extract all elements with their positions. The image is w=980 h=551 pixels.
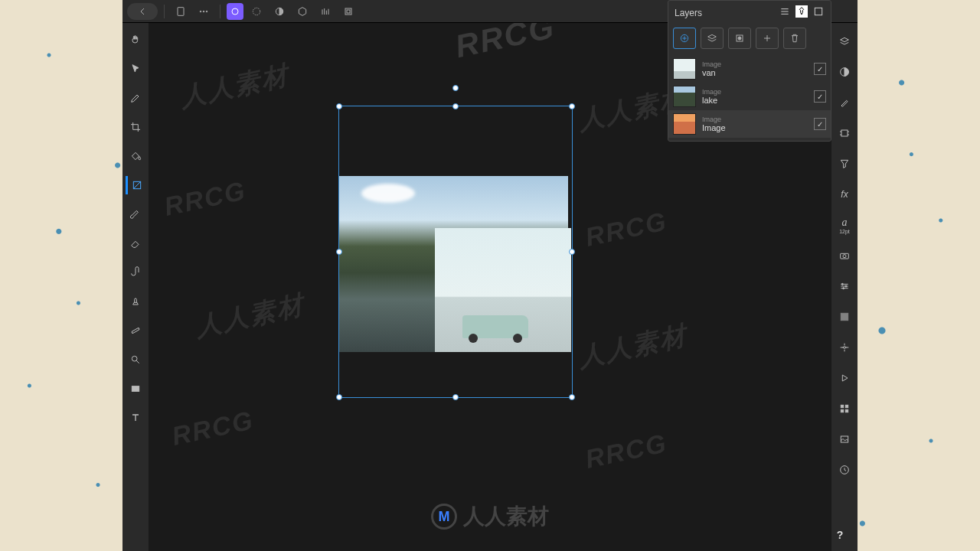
studio-history-button[interactable] bbox=[835, 461, 854, 479]
layer-group-button[interactable] bbox=[701, 28, 724, 49]
heal-tool[interactable] bbox=[126, 321, 145, 340]
layer-type: Image bbox=[702, 60, 808, 68]
studio-stock-button[interactable] bbox=[835, 246, 854, 265]
studio-navigator-button[interactable] bbox=[835, 369, 854, 387]
svg-rect-12 bbox=[132, 386, 139, 392]
studio-assets-button[interactable] bbox=[835, 430, 854, 448]
resize-handle-bl[interactable] bbox=[336, 394, 342, 400]
studio-snapping-button[interactable] bbox=[835, 338, 854, 357]
dodge-icon bbox=[129, 354, 142, 366]
clock-icon bbox=[838, 464, 851, 476]
more-menu-button[interactable] bbox=[194, 3, 214, 20]
layers-expand-button[interactable] bbox=[812, 5, 825, 20]
bandage-icon bbox=[129, 324, 142, 337]
move-tool[interactable] bbox=[126, 60, 145, 78]
swatch-icon bbox=[838, 311, 851, 323]
layer-row-van[interactable]: Image van ✓ bbox=[668, 55, 831, 83]
resize-handle-bm[interactable] bbox=[452, 394, 459, 400]
resize-handle-br[interactable] bbox=[569, 394, 575, 400]
svg-rect-28 bbox=[845, 409, 848, 412]
studio-fx-button[interactable]: fx bbox=[835, 185, 854, 204]
smudge-tool[interactable] bbox=[126, 263, 145, 282]
layer-thumbnail bbox=[673, 58, 696, 80]
crop-icon bbox=[129, 121, 142, 133]
photo-persona-button[interactable] bbox=[227, 3, 243, 20]
layer-name: Image bbox=[702, 123, 808, 132]
layer-name: van bbox=[702, 68, 808, 77]
layers-toolbar bbox=[668, 24, 831, 55]
layer-visibility-toggle[interactable]: ✓ bbox=[814, 118, 826, 130]
studio-grid-button[interactable] bbox=[835, 399, 854, 418]
layer-visibility-toggle[interactable]: ✓ bbox=[814, 63, 826, 75]
dodge-tool[interactable] bbox=[126, 350, 145, 369]
resize-handle-tr[interactable] bbox=[569, 103, 575, 109]
list-icon bbox=[779, 5, 791, 18]
studio-adjustments-button[interactable] bbox=[835, 63, 854, 81]
sliders-icon bbox=[838, 280, 851, 292]
pen-tool[interactable] bbox=[126, 89, 145, 107]
watermark: RRCG bbox=[452, 23, 558, 65]
flood-tool[interactable] bbox=[126, 147, 145, 165]
selection-bounding-box[interactable] bbox=[338, 106, 573, 398]
svg-rect-8 bbox=[347, 10, 350, 13]
layers-pin-button[interactable] bbox=[795, 5, 808, 20]
studio-channels-button[interactable] bbox=[835, 155, 854, 173]
layers-panel-header: Layers bbox=[668, 1, 831, 24]
layer-row-lake[interactable]: Image lake ✓ bbox=[668, 83, 831, 110]
gradient-tool[interactable] bbox=[126, 176, 144, 194]
watermark: RRCG bbox=[583, 206, 670, 253]
text-tool[interactable] bbox=[126, 409, 145, 427]
studio-crop-button[interactable] bbox=[835, 124, 854, 142]
help-button[interactable]: ? bbox=[831, 527, 848, 543]
studio-swatches-button[interactable] bbox=[835, 308, 854, 326]
tone-persona-button[interactable] bbox=[270, 3, 289, 20]
bucket-icon bbox=[129, 150, 142, 162]
resize-handle-tl[interactable] bbox=[336, 103, 342, 109]
studio-brush-button[interactable] bbox=[835, 93, 854, 112]
separator bbox=[220, 5, 220, 18]
half-circle-icon bbox=[838, 66, 851, 78]
svg-point-3 bbox=[206, 11, 207, 12]
pen-icon bbox=[129, 92, 142, 104]
document-menu-button[interactable] bbox=[171, 3, 191, 20]
resize-handle-tm[interactable] bbox=[452, 103, 459, 109]
svg-rect-27 bbox=[841, 409, 843, 412]
layer-row-image[interactable]: Image Image ✓ bbox=[668, 110, 831, 138]
snap-icon bbox=[838, 341, 851, 354]
brush-tool[interactable] bbox=[126, 205, 145, 223]
left-tool-strip bbox=[122, 23, 149, 551]
resize-handle-mr[interactable] bbox=[569, 249, 575, 255]
clone-tool[interactable] bbox=[126, 292, 145, 311]
eraser-icon bbox=[129, 237, 142, 249]
studio-text-button[interactable]: a12pt bbox=[835, 216, 854, 234]
hand-tool[interactable] bbox=[126, 31, 145, 49]
back-button[interactable] bbox=[127, 3, 158, 20]
shape-tool[interactable] bbox=[126, 380, 145, 398]
image-icon bbox=[838, 433, 851, 445]
layer-add-button[interactable] bbox=[756, 28, 779, 49]
studio-transform-button[interactable] bbox=[835, 277, 854, 295]
brand-logo-icon: M bbox=[431, 504, 457, 530]
layers-list-view-button[interactable] bbox=[779, 5, 791, 20]
layer-visibility-toggle[interactable]: ✓ bbox=[814, 90, 826, 103]
cube-icon bbox=[296, 5, 309, 18]
watermark: RRCG bbox=[162, 175, 249, 222]
crop-persona-button[interactable] bbox=[338, 3, 358, 20]
erase-tool[interactable] bbox=[126, 234, 145, 253]
svg-point-2 bbox=[203, 11, 204, 12]
hand-icon bbox=[129, 34, 142, 46]
rotate-handle[interactable] bbox=[452, 85, 459, 91]
svg-rect-26 bbox=[845, 405, 848, 407]
resize-handle-ml[interactable] bbox=[336, 249, 342, 255]
crop-tool[interactable] bbox=[126, 118, 145, 136]
layer-pixel-button[interactable] bbox=[673, 28, 696, 49]
layer-delete-button[interactable] bbox=[783, 28, 806, 49]
watermark: 人人素材 bbox=[177, 58, 292, 116]
layer-mask-button[interactable] bbox=[728, 28, 751, 49]
brush-icon bbox=[129, 208, 142, 220]
liquify-persona-button[interactable] bbox=[247, 3, 266, 20]
svg-rect-18 bbox=[841, 130, 848, 136]
develop-persona-button[interactable] bbox=[292, 3, 312, 20]
export-persona-button[interactable] bbox=[315, 3, 335, 20]
studio-layers-button[interactable] bbox=[835, 32, 854, 51]
